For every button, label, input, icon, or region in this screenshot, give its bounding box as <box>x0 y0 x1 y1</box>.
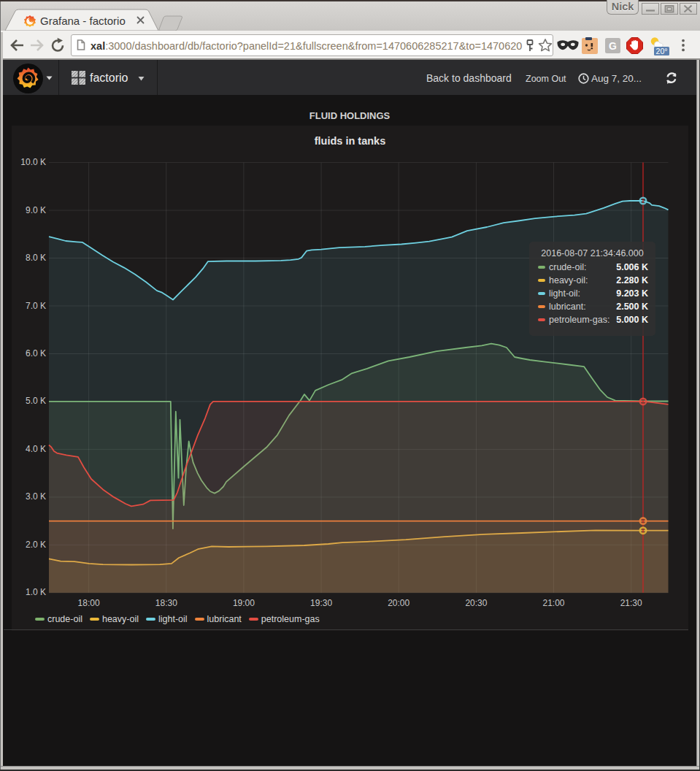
svg-text:G: G <box>609 40 617 52</box>
svg-text:20°: 20° <box>656 47 668 55</box>
